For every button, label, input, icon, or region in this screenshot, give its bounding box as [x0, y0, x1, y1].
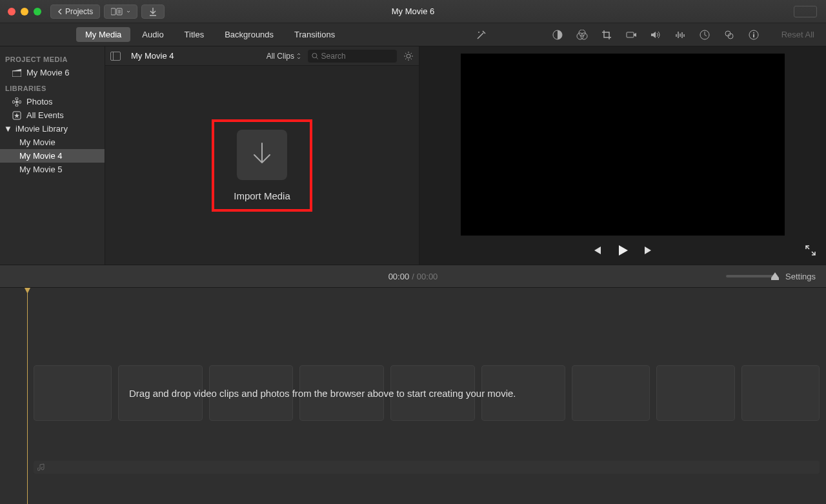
svg-point-21: [12, 101, 15, 103]
sidebar-item-photos[interactable]: Photos: [0, 95, 105, 108]
timeline-audio-track[interactable]: [34, 461, 820, 474]
filter-icon[interactable]: [723, 29, 735, 41]
volume-icon[interactable]: [650, 29, 661, 41]
sidebar-event-item[interactable]: My Movie: [0, 136, 105, 149]
svg-point-24: [312, 53, 317, 57]
media-view-icon: [111, 8, 123, 15]
svg-rect-16: [753, 34, 754, 37]
sidebar-item-label: Photos: [26, 97, 52, 106]
playhead[interactable]: [27, 288, 28, 504]
download-arrow-icon: [249, 141, 275, 169]
disclosure-triangle-icon[interactable]: ▼: [4, 124, 10, 134]
import-arrow-icon: [148, 7, 157, 16]
clip-filter-dropdown[interactable]: All Clips: [267, 52, 301, 61]
next-icon[interactable]: [643, 246, 654, 255]
import-media-button[interactable]: [237, 130, 287, 180]
svg-rect-10: [627, 32, 634, 37]
search-icon: [312, 52, 319, 60]
svg-point-5: [478, 32, 479, 33]
reset-all-button[interactable]: Reset All: [781, 30, 814, 39]
crop-icon[interactable]: [601, 29, 612, 41]
title-bar: Projects My Movie 6: [0, 0, 826, 23]
chevron-down-icon: [126, 9, 130, 14]
noise-reduction-icon[interactable]: [674, 29, 686, 41]
sidebar-item-all-events[interactable]: All Events: [0, 108, 105, 122]
browser-body: Import Media: [105, 66, 419, 265]
clapperboard-icon: [12, 68, 21, 77]
zoom-slider[interactable]: [726, 275, 778, 277]
search-input[interactable]: [321, 52, 393, 61]
info-icon[interactable]: [748, 29, 760, 41]
browser-title: My Movie 4: [127, 51, 260, 61]
close-window-icon[interactable]: [8, 8, 15, 15]
color-correction-icon[interactable]: [576, 29, 588, 41]
fullscreen-button[interactable]: [805, 245, 816, 256]
svg-rect-0: [111, 8, 116, 15]
chevron-left-icon: [57, 8, 63, 15]
play-icon[interactable]: [616, 244, 629, 257]
browser-settings-button[interactable]: [403, 51, 414, 61]
sidebar-item-label: My Movie 4: [19, 151, 62, 161]
browser-bar: My Movie 4 All Clips: [105, 46, 419, 66]
share-button[interactable]: [794, 6, 817, 17]
timeline-clip-placeholder: [656, 365, 734, 421]
media-tabs-row: My Media Audio Titles Backgrounds Transi…: [0, 23, 826, 46]
svg-point-19: [15, 97, 18, 100]
timeline-clip-placeholder: [572, 365, 650, 421]
back-to-projects-button[interactable]: Projects: [50, 5, 100, 19]
tab-backgrounds[interactable]: Backgrounds: [216, 27, 283, 42]
gear-icon: [403, 51, 414, 61]
sidebar-item-project[interactable]: My Movie 6: [0, 66, 105, 79]
sidebar-head-libraries: LIBRARIES: [0, 79, 105, 95]
timeline-clip-placeholder: [34, 365, 112, 421]
back-label: Projects: [65, 7, 93, 16]
search-field[interactable]: [308, 50, 397, 63]
color-balance-icon[interactable]: [552, 29, 563, 41]
sidebar-item-label: My Movie: [19, 137, 55, 147]
sidebar-head-project-media: PROJECT MEDIA: [0, 50, 105, 66]
sidebar-event-item[interactable]: My Movie 4: [0, 149, 105, 163]
media-tabs: My Media Audio Titles Backgrounds Transi…: [76, 27, 344, 42]
svg-point-15: [753, 32, 754, 34]
sidebar-item-label: iMovie Library: [15, 124, 68, 134]
video-canvas[interactable]: [461, 54, 785, 236]
view-mode-button[interactable]: [104, 5, 137, 19]
svg-point-18: [15, 101, 18, 103]
list-view-toggle-icon[interactable]: [110, 52, 121, 61]
tab-titles[interactable]: Titles: [176, 27, 214, 42]
sidebar-item-label: My Movie 6: [26, 68, 69, 77]
svg-point-22: [19, 101, 21, 103]
expand-icon: [805, 245, 816, 256]
tab-audio[interactable]: Audio: [133, 27, 172, 42]
current-time: 00:00: [388, 272, 410, 281]
svg-point-26: [407, 54, 410, 58]
preview-canvas-area: [419, 46, 826, 236]
music-note-icon: [37, 463, 45, 471]
sidebar-item-label: My Movie 5: [19, 165, 62, 174]
tab-my-media[interactable]: My Media: [76, 27, 130, 42]
adjustment-toolbar: Reset All: [450, 29, 826, 41]
filter-label: All Clips: [267, 52, 294, 61]
timeline-settings-button[interactable]: Settings: [785, 272, 816, 281]
tab-transitions[interactable]: Transitions: [285, 27, 344, 42]
preview-pane: [419, 46, 826, 265]
svg-line-25: [316, 57, 318, 59]
enhance-icon[interactable]: [476, 29, 487, 41]
svg-point-20: [15, 104, 18, 106]
sidebar-event-item[interactable]: My Movie 5: [0, 163, 105, 176]
zoom-window-icon[interactable]: [34, 8, 41, 15]
timeline[interactable]: Drag and drop video clips and photos fro…: [0, 288, 826, 504]
zoom-thumb-icon[interactable]: [771, 272, 779, 280]
media-browser: My Movie 4 All Clips Import Media: [105, 46, 419, 265]
star-icon: [12, 111, 21, 120]
sidebar: PROJECT MEDIA My Movie 6 LIBRARIES Photo…: [0, 46, 105, 265]
svg-rect-17: [12, 71, 21, 77]
speed-icon[interactable]: [699, 29, 710, 41]
previous-icon[interactable]: [592, 246, 602, 255]
stabilization-icon[interactable]: [625, 29, 637, 41]
sidebar-item-imovie-library[interactable]: ▼ iMovie Library: [0, 122, 105, 136]
minimize-window-icon[interactable]: [21, 8, 28, 15]
sidebar-item-label: All Events: [26, 110, 64, 120]
import-button[interactable]: [141, 5, 165, 19]
import-media-label: Import Media: [234, 190, 290, 201]
